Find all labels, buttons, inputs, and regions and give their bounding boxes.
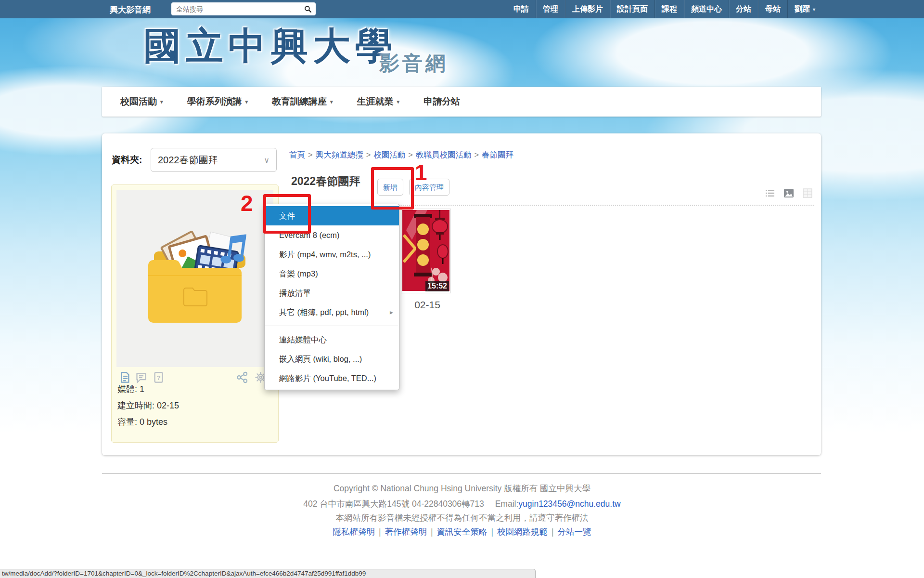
menu-item-evercam[interactable]: Evercam 8 (ecm) — [265, 225, 399, 245]
menu-career[interactable]: 生涯就業▾ — [357, 95, 400, 108]
menu-item-other[interactable]: 其它 (相簿, pdf, ppt, html)▸ — [265, 302, 399, 322]
document-icon[interactable] — [118, 371, 131, 384]
menu-item-video[interactable]: 影片 (mp4, wmv, m2ts, ...) — [265, 245, 399, 264]
folder-card[interactable]: ? 媒體: 1 建立時間: 02-15 容量: 0 bytes — [111, 184, 279, 443]
footer-link-copyright[interactable]: 著作權聲明 — [385, 527, 427, 537]
breadcrumb-current[interactable]: 春節團拜 — [482, 150, 513, 159]
top-nav: 申請 管理 上傳影片 設計頁面 課程 頻道中心 分站 母站 劉躍▾ — [507, 0, 822, 18]
menu-item-audio[interactable]: 音樂 (mp3) — [265, 264, 399, 283]
menu-academic-lectures[interactable]: 學術系列演講▾ — [187, 95, 248, 108]
page: 興大影音網 申請 管理 上傳影片 設計頁面 課程 頻道中心 分站 母站 劉躍▾ … — [0, 0, 924, 578]
search-icon[interactable] — [304, 5, 312, 13]
user-name: 劉躍 — [795, 4, 810, 14]
search-input[interactable] — [175, 5, 304, 13]
site-logo[interactable]: 國立中興大學 — [143, 21, 398, 72]
menu-item-link-media-center[interactable]: 連結媒體中心 — [265, 330, 399, 349]
breadcrumb: 首頁>興大頻道總攬>校園活動>教職員校園活動>春節團拜 — [289, 150, 513, 160]
footer-email-label: Email: — [495, 499, 519, 509]
video-item[interactable]: 15:52 — [401, 209, 451, 293]
breadcrumb-channels[interactable]: 興大頻道總攬 — [316, 150, 363, 159]
topnav-parent-site[interactable]: 母站 — [758, 0, 787, 18]
add-button[interactable]: 新增 — [377, 179, 403, 196]
user-menu[interactable]: 劉躍▾ — [787, 0, 822, 18]
folder-illustration-icon — [135, 227, 255, 328]
caret-down-icon: ▾ — [245, 99, 248, 105]
status-url: tw/media/docAdd/?folderID=1701&chapterID… — [2, 570, 366, 577]
footer-contact: 402 台中市南區興大路145號 04-22840306轉713 Email:y… — [0, 498, 924, 510]
caret-down-icon: ▾ — [813, 7, 815, 12]
menu-item-embed-webpage[interactable]: 嵌入網頁 (wiki, blog, ...) — [265, 349, 399, 368]
chevron-down-icon: ∨ — [264, 156, 270, 165]
add-dropdown-menu: 文件 Evercam 8 (ecm) 影片 (mp4, wmv, m2ts, .… — [264, 204, 399, 390]
topnav-channel-center[interactable]: 頻道中心 — [684, 0, 729, 18]
caret-down-icon: ▾ — [160, 99, 163, 105]
video-date-label: 02-15 — [401, 299, 454, 311]
topnav-design-page[interactable]: 設計頁面 — [610, 0, 654, 18]
search-box[interactable] — [171, 2, 316, 15]
main-menu-bar: 校園活動▾ 學術系列演講▾ 教育訓練講座▾ 生涯就業▾ 申請分站 — [102, 87, 821, 117]
share-icon[interactable] — [236, 371, 249, 384]
site-name-link[interactable]: 興大影音網 — [110, 4, 151, 15]
browser-status-bar: tw/media/docAdd/?folderID=1701&chapterID… — [0, 569, 536, 578]
topnav-courses[interactable]: 課程 — [654, 0, 684, 18]
svg-text:?: ? — [156, 374, 160, 381]
list-view-icon[interactable] — [764, 187, 776, 199]
menu-apply-substation[interactable]: 申請分站 — [424, 95, 460, 108]
menu-campus-activities[interactable]: 校園活動▾ — [120, 95, 163, 108]
page-title: 2022春節團拜 — [291, 174, 360, 189]
folder-card-thumbnail[interactable] — [116, 190, 273, 367]
breadcrumb-home[interactable]: 首頁 — [289, 150, 305, 159]
content-panel: 資料夾: 2022春節團拜 ∨ 首頁>興大頻道總攬>校園活動>教職員校園活動>春… — [102, 133, 821, 455]
top-bar: 興大影音網 申請 管理 上傳影片 設計頁面 課程 頻道中心 分站 母站 劉躍▾ — [0, 0, 924, 18]
site-logo-subtitle: 影音網 — [379, 50, 449, 77]
footer-email-link[interactable]: yugin123456@nchu.edu.tw — [518, 499, 620, 509]
menu-item-playlist[interactable]: 播放清單 — [265, 283, 399, 302]
video-duration-badge: 15:52 — [425, 281, 449, 291]
topnav-manage[interactable]: 管理 — [536, 0, 565, 18]
folder-select-label: 資料夾: — [112, 154, 142, 166]
footer-divider — [102, 473, 821, 473]
help-document-icon[interactable]: ? — [152, 371, 165, 384]
caret-down-icon: ▾ — [397, 99, 400, 105]
menu-item-document[interactable]: 文件 — [265, 206, 399, 225]
topnav-upload-video[interactable]: 上傳影片 — [565, 0, 610, 18]
content-manage-button[interactable]: 內容管理 — [409, 179, 449, 196]
breadcrumb-campus-activities[interactable]: 校園活動 — [373, 150, 405, 159]
view-mode-switcher — [764, 187, 813, 199]
folder-select[interactable]: 2022春節團拜 ∨ — [151, 148, 277, 172]
thumbnail-view-icon[interactable] — [783, 187, 795, 199]
folder-size: 容量: 0 bytes — [117, 416, 167, 428]
submenu-arrow-icon: ▸ — [390, 302, 393, 322]
menu-divider — [265, 326, 398, 326]
footer-link-privacy[interactable]: 隱私權聲明 — [333, 527, 375, 537]
menu-training-seminars[interactable]: 教育訓練講座▾ — [272, 95, 333, 108]
topnav-apply[interactable]: 申請 — [507, 0, 536, 18]
video-thumbnail — [402, 210, 449, 291]
footer-link-network-rules[interactable]: 校園網路規範 — [497, 527, 548, 537]
footer-link-substation-list[interactable]: 分站一覽 — [558, 527, 591, 537]
detail-view-icon[interactable] — [802, 187, 813, 199]
menu-item-web-video[interactable]: 網路影片 (YouTube, TED...) — [265, 368, 399, 388]
footer-copyright-notice: 本網站所有影音檔未經授權不得為任何不當之利用，請遵守著作權法 — [0, 512, 924, 524]
footer-link-security-policy[interactable]: 資訊安全策略 — [437, 527, 488, 537]
breadcrumb-staff-activities[interactable]: 教職員校園活動 — [416, 150, 472, 159]
comment-icon[interactable] — [135, 371, 148, 384]
footer-links: 隱私權聲明|著作權聲明|資訊安全策略|校園網路規範|分站一覽 — [0, 526, 924, 538]
folder-select-value: 2022春節團拜 — [158, 154, 264, 167]
folder-media-count: 媒體: 1 — [117, 383, 144, 395]
footer-copyright: Copyright © National Chung Hsing Univers… — [0, 483, 924, 494]
folder-created-date: 建立時間: 02-15 — [117, 400, 179, 411]
caret-down-icon: ▾ — [330, 99, 333, 105]
topnav-substation[interactable]: 分站 — [729, 0, 758, 18]
footer-address: 402 台中市南區興大路145號 04-22840306轉713 — [303, 499, 484, 509]
